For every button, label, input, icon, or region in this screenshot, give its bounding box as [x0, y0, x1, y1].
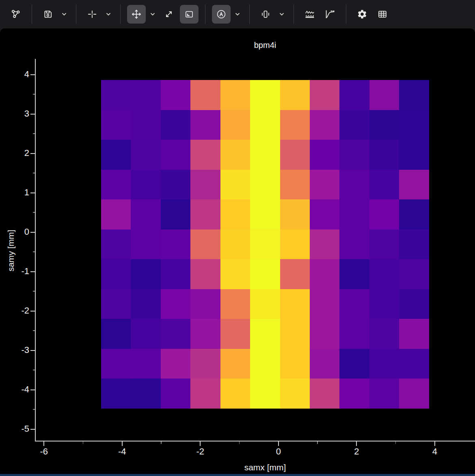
y-minor-tick: [33, 94, 35, 95]
heatmap-cell: [161, 140, 190, 170]
heatmap-cell: [310, 80, 339, 110]
fft-button[interactable]: [300, 5, 319, 24]
heatmap-cell: [369, 80, 399, 110]
orientation-dropdown-button[interactable]: [276, 5, 287, 24]
heatmap-cell: [399, 110, 429, 140]
heatmap-cell: [250, 199, 280, 229]
heatmap-cell: [220, 289, 250, 319]
circle-a-icon: [216, 9, 227, 19]
x-minor-tick: [395, 441, 396, 444]
heatmap-cell: [369, 199, 399, 229]
y-tick-label: -1: [0, 266, 29, 277]
save-button[interactable]: [39, 5, 57, 24]
chevron-down-icon: [105, 11, 112, 17]
heatmap-cell: [369, 379, 399, 409]
x-tick: [356, 441, 357, 446]
heatmap-cell: [220, 80, 250, 110]
heatmap-cell: [399, 140, 429, 170]
save-dropdown-button[interactable]: [59, 5, 69, 24]
y-axis-line: [35, 59, 36, 441]
heatmap-cell: [339, 140, 369, 170]
plot-area[interactable]: bpm4i samy [mm] samx [mm] 43210-1-2-3-4-…: [0, 28, 475, 476]
heatmap-image[interactable]: [101, 80, 429, 409]
orientation-button[interactable]: [256, 5, 275, 24]
heatmap-cell: [280, 170, 310, 199]
toolbar: [0, 0, 475, 28]
y-tick: [30, 193, 35, 193]
heatmap-cell: [131, 80, 161, 110]
settings-button[interactable]: [353, 5, 371, 24]
heatmap-cell: [220, 110, 250, 140]
x-tick-label: -4: [106, 446, 138, 457]
crosshair-dropdown-button[interactable]: [103, 5, 114, 24]
heatmap-cell: [250, 229, 280, 259]
heatmap-cell: [399, 289, 429, 319]
autoscale-button[interactable]: [212, 5, 231, 24]
heatmap-cell: [190, 170, 220, 199]
heatmap-cell: [101, 259, 131, 289]
heatmap-cell: [280, 140, 310, 170]
heatmap-cell: [369, 259, 399, 289]
x-tick: [200, 441, 201, 446]
auto-range-button[interactable]: [180, 5, 199, 24]
heatmap-cell: [101, 80, 131, 110]
data-table-button[interactable]: [373, 5, 392, 24]
y-minor-tick: [33, 251, 35, 252]
heatmap-cell: [310, 289, 339, 319]
heatmap-cell: [310, 110, 339, 140]
heatmap-cell: [280, 319, 310, 349]
heatmap-cell: [310, 170, 339, 199]
heatmap-cell: [250, 289, 280, 319]
heatmap-cell: [101, 289, 131, 319]
autoscale-dropdown-button[interactable]: [232, 5, 243, 24]
heatmap-cell: [131, 259, 161, 289]
heatmap-cell: [310, 319, 339, 349]
toolbar-section: [250, 5, 294, 24]
zoom-mode-button[interactable]: [160, 5, 178, 24]
heatmap-cell: [310, 229, 339, 259]
crosshair-button[interactable]: [83, 5, 101, 24]
heatmap-cell: [220, 349, 250, 379]
curve-icon: [324, 9, 336, 20]
x-tick-label: -6: [28, 446, 60, 457]
heatmap-cell: [369, 349, 399, 379]
y-minor-tick: [33, 370, 35, 370]
pan-mode-dropdown-button[interactable]: [147, 5, 158, 24]
histogram-icon: [304, 9, 315, 20]
toolbar-section: [294, 5, 346, 24]
heatmap-cell: [131, 349, 161, 379]
y-tick-label: 4: [0, 69, 29, 80]
heatmap-cell: [250, 80, 280, 110]
heatmap-cell: [161, 289, 190, 319]
heatmap-cell: [101, 110, 131, 140]
y-tick: [30, 232, 35, 233]
heatmap-cell: [310, 259, 339, 289]
pan-mode-button[interactable]: [127, 5, 146, 24]
heatmap-cell: [280, 110, 310, 140]
heatmap-cell: [399, 170, 429, 199]
heatmap-cell: [280, 379, 310, 409]
heatmap-cell: [369, 140, 399, 170]
y-minor-tick: [33, 409, 35, 410]
move-icon: [131, 9, 142, 19]
y-tick-label: 2: [0, 148, 29, 158]
y-tick-label: -4: [0, 384, 29, 395]
x-tick-label: 4: [419, 446, 451, 457]
chevron-down-icon: [149, 11, 156, 17]
heatmap-cell: [161, 229, 190, 259]
heatmap-cell: [131, 229, 161, 259]
y-tick: [30, 350, 35, 351]
heatmap-cell: [101, 319, 131, 349]
log-scale-button[interactable]: [321, 5, 339, 24]
heatmap-cell: [220, 379, 250, 409]
x-tick: [434, 441, 435, 446]
heatmap-cell: [399, 199, 429, 229]
connections-button[interactable]: [6, 5, 25, 24]
heatmap-cell: [131, 140, 161, 170]
expand-icon: [164, 9, 174, 19]
heatmap-cell: [101, 349, 131, 379]
heatmap-cell: [399, 259, 429, 289]
heatmap-cell: [190, 229, 220, 259]
heatmap-cell: [250, 349, 280, 379]
x-tick-label: 2: [340, 446, 373, 457]
